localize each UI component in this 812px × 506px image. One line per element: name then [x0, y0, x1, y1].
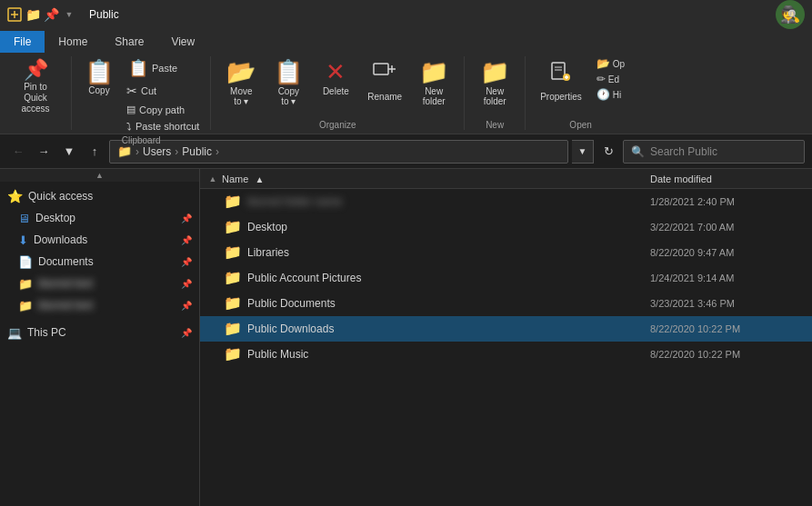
folder-icon-pdl: 📁	[224, 320, 242, 337]
file-name-pap: Public Account Pictures	[247, 272, 645, 284]
col-name-header[interactable]: Name ▲	[222, 174, 650, 184]
edit-label: Ed	[608, 74, 619, 84]
sidebar-item-downloads[interactable]: ⬇ Downloads 📌	[0, 229, 199, 251]
sidebar-item-this-pc[interactable]: 💻 This PC 📌	[0, 322, 199, 343]
edit-item[interactable]: ✏ Ed	[593, 72, 628, 86]
pin-icon-tb: 📌	[44, 7, 58, 22]
organize-content: 📂 Moveto ▾ 📋 Copyto ▾ ✕ Delete Rename 📁 …	[218, 56, 456, 118]
cut-button[interactable]: ✂ Cut	[123, 82, 203, 100]
refresh-button[interactable]: ↻	[597, 140, 619, 164]
file-list-rows: 📁 blurred folder name 1/28/2021 2:40 PM …	[200, 189, 812, 506]
paste-icon: 📋	[128, 60, 148, 76]
paste-shortcut-button[interactable]: ⤵ Paste shortcut	[123, 119, 203, 134]
search-box[interactable]: 🔍 Search Public	[623, 140, 805, 164]
title-bar-icons: 📁 📌 ▼	[7, 7, 76, 22]
dropdown-icon-tb[interactable]: ▼	[62, 7, 76, 22]
path-public: Public	[182, 145, 212, 158]
file-name-pd: Public Documents	[247, 297, 645, 310]
copy-path-button[interactable]: ▤ Copy path	[123, 102, 203, 117]
sidebar-item-desktop-label: Desktop	[35, 212, 75, 224]
file-row-desktop[interactable]: 📁 Desktop 3/22/2021 7:00 AM	[200, 214, 812, 240]
col-name-label: Name	[222, 174, 248, 184]
sidebar: ▲ ⭐ Quick access 🖥 Desktop 📌 ⬇ Downloads…	[0, 169, 200, 506]
file-name-blurred: blurred folder name	[247, 195, 645, 208]
path-users: Users	[143, 145, 171, 158]
search-placeholder: Search Public	[650, 145, 717, 158]
properties-button[interactable]: Properties	[533, 56, 589, 105]
new-folder-label2: Newfolder	[484, 86, 506, 106]
copy-path-label: Copy path	[139, 104, 185, 115]
svg-rect-6	[552, 63, 565, 79]
open-item[interactable]: 📂 Op	[593, 56, 628, 71]
copy-to-button[interactable]: 📋 Copyto ▾	[266, 56, 311, 110]
sidebar-item-quick-access[interactable]: ⭐ Quick access	[0, 185, 199, 207]
address-path[interactable]: 📁 › Users › Public ›	[109, 140, 568, 164]
sidebar-item-blurred1-label: blurred text	[38, 277, 93, 290]
tab-share[interactable]: Share	[101, 31, 157, 53]
new-folder-label: Newfolder	[423, 86, 446, 106]
file-row-public-downloads[interactable]: 📁 Public Downloads 8/22/2020 10:22 PM	[200, 316, 812, 342]
window-title: Public	[89, 8, 119, 21]
sort-icon: ▲	[255, 174, 264, 184]
rename-button[interactable]: Rename	[360, 56, 409, 105]
header-scroll-indicator: ▲	[207, 174, 218, 184]
folder-icon-blurred: 📁	[224, 193, 242, 210]
forward-button[interactable]: →	[33, 141, 55, 163]
delete-label: Delete	[323, 86, 349, 96]
path-sep-2: ›	[175, 145, 178, 158]
path-dropdown-button[interactable]: ▼	[572, 140, 594, 164]
tab-file[interactable]: File	[0, 31, 45, 53]
open-content: Properties 📂 Op ✏ Ed 🕐 Hi	[533, 56, 628, 118]
quick-access-icon: ⭐	[7, 189, 23, 203]
file-row-libraries[interactable]: 📁 Libraries 8/22/2020 9:47 AM	[200, 240, 812, 265]
file-date-pdl: 8/22/2020 10:22 PM	[650, 323, 805, 334]
file-row-public-account-pictures[interactable]: 📁 Public Account Pictures 1/24/2021 9:14…	[200, 265, 812, 291]
copy-button[interactable]: 📋 Copy	[79, 56, 119, 99]
pin-to-quick-access-button[interactable]: 📌 Pin to Quick access	[7, 56, 64, 118]
tab-home[interactable]: Home	[45, 31, 101, 53]
file-name-pm: Public Music	[247, 348, 645, 361]
pin-icon: 📌	[24, 60, 48, 80]
search-icon: 🔍	[631, 145, 645, 158]
file-row-public-music[interactable]: 📁 Public Music 8/22/2020 10:22 PM	[200, 342, 812, 367]
back-button[interactable]: ←	[7, 141, 29, 163]
sidebar-item-desktop[interactable]: 🖥 Desktop 📌	[0, 207, 199, 229]
ribbon-group-pin-content: 📌 Pin to Quick access	[7, 56, 64, 130]
move-to-button[interactable]: 📂 Moveto ▾	[218, 56, 264, 110]
history-item[interactable]: 🕐 Hi	[593, 87, 628, 102]
copy-to-icon: 📋	[274, 60, 303, 84]
quick-access-icon	[7, 7, 22, 22]
up-button[interactable]: ↑	[84, 141, 105, 163]
this-pc-icon: 💻	[7, 326, 22, 340]
paste-button[interactable]: 📋 Paste	[123, 56, 203, 80]
ribbon-group-new: 📁 Newfolder New	[465, 56, 526, 130]
folder-icon-pm: 📁	[224, 345, 242, 362]
title-bar: 📁 📌 ▼ Public 🕵	[0, 0, 812, 29]
desktop-pin-icon: 📌	[181, 213, 192, 223]
file-name-pdl: Public Downloads	[247, 322, 645, 335]
sidebar-item-blurred2-label: blurred text	[38, 299, 93, 312]
sidebar-item-downloads-label: Downloads	[34, 233, 87, 246]
col-date-header[interactable]: Date modified	[650, 174, 805, 184]
clipboard-col: 📋 Paste ✂ Cut ▤ Copy path ⤵ Paste shortc…	[123, 56, 203, 134]
sidebar-item-documents-label: Documents	[38, 255, 94, 268]
file-row-public-documents[interactable]: 📁 Public Documents 3/23/2021 3:46 PM	[200, 291, 812, 316]
ribbon-group-clipboard: 📋 Copy 📋 Paste ✂ Cut ▤ Copy path ⤵	[72, 56, 211, 130]
sidebar-scroll-up[interactable]: ▲	[0, 169, 199, 182]
new-folder-button[interactable]: 📁 Newfolder	[472, 56, 517, 110]
path-sep-3: ›	[216, 145, 219, 158]
delete-button[interactable]: ✕ Delete	[313, 56, 358, 100]
tab-view[interactable]: View	[157, 31, 208, 53]
sidebar-item-documents[interactable]: 📄 Documents 📌	[0, 251, 199, 273]
cut-icon: ✂	[126, 84, 137, 98]
history-label: Hi	[613, 90, 621, 100]
sidebar-item-blurred2[interactable]: 📁 blurred text 📌	[0, 294, 199, 316]
folder-icon-libraries: 📁	[224, 243, 242, 261]
col-date-label: Date modified	[650, 174, 712, 184]
sidebar-item-blurred1[interactable]: 📁 blurred text 📌	[0, 273, 199, 294]
new-folder-organize-button[interactable]: 📁 Newfolder	[411, 56, 456, 110]
recent-button[interactable]: ▼	[58, 141, 80, 163]
new-folder-icon: 📁	[419, 60, 448, 84]
folder-icon-desktop: 📁	[224, 218, 242, 235]
file-row-blurred[interactable]: 📁 blurred folder name 1/28/2021 2:40 PM	[200, 189, 812, 214]
